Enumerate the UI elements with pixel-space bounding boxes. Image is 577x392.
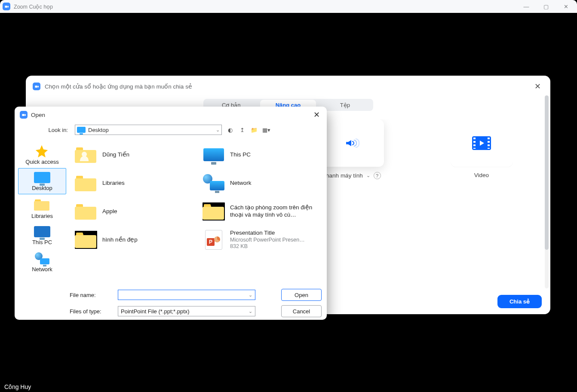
monitor-icon (34, 226, 50, 237)
file-dialog-nav: Quick access Desktop Libraries This PC N… (15, 138, 70, 286)
file-item-zoom-doc[interactable]: Cách tạo phòng zoom trên điện thoại và m… (200, 198, 324, 225)
share-card-audio-label: thanh máy tính (324, 172, 362, 179)
look-in-combo[interactable]: Desktop ⌄ (75, 125, 222, 135)
nav-libraries[interactable]: Libraries (18, 194, 66, 222)
nav-quick-access[interactable]: Quick access (18, 140, 66, 168)
view-menu-button[interactable]: ▦▾ (262, 126, 270, 134)
folder-icon (75, 174, 97, 192)
file-open-dialog: Open ✕ Look in: Desktop ⌄ ◐ ↥ 📁 ▦▾ Quick… (15, 107, 327, 320)
window-titlebar: Zoom Cuộc họp — ▢ ✕ (0, 0, 577, 13)
participant-name-overlay: Công Huy (0, 382, 35, 392)
zoom-app-icon (33, 83, 40, 90)
share-panel-title: Chọn một cửa sổ hoặc ứng dụng mà bạn muố… (45, 83, 192, 90)
file-item-user-folder[interactable]: Dũng Tiến (72, 141, 196, 168)
share-panel-close-button[interactable]: ✕ (532, 81, 543, 92)
nav-this-pc[interactable]: This PC (18, 222, 66, 248)
file-item-this-pc[interactable]: This PC (200, 141, 324, 168)
window-close-button[interactable]: ✕ (562, 3, 570, 10)
look-in-label: Look in: (45, 127, 68, 133)
nav-back-button[interactable]: ◐ (226, 126, 234, 134)
file-list: Dũng Tiến This PC Libraries Network Appl… (70, 138, 327, 286)
desktop-icon (34, 172, 50, 183)
filename-label: File name: (70, 292, 111, 298)
open-button[interactable]: Open (281, 289, 322, 301)
folder-icon (75, 231, 97, 249)
look-in-value: Desktop (88, 127, 109, 133)
file-item-apple[interactable]: Apple (72, 198, 196, 225)
film-icon (472, 136, 491, 150)
folder-icon (75, 202, 97, 220)
share-card-video-label: Video (474, 172, 489, 178)
file-dialog-close-button[interactable]: ✕ (312, 110, 322, 119)
file-item-hinhnen[interactable]: hình nền đẹp (72, 226, 196, 254)
share-panel-scrollbar[interactable] (545, 95, 549, 288)
chevron-down-icon: ⌄ (216, 127, 220, 133)
new-folder-button[interactable]: 📁 (250, 126, 258, 134)
share-card-video[interactable]: Video (421, 119, 542, 288)
window-minimize-button[interactable]: — (522, 3, 531, 10)
filetype-label: Files of type: (70, 308, 111, 315)
share-button[interactable]: Chia sẻ (497, 295, 542, 308)
monitor-icon (203, 148, 224, 161)
file-item-network[interactable]: Network (200, 169, 324, 197)
window-title: Zoom Cuộc họp (14, 3, 53, 10)
nav-network[interactable]: Network (18, 248, 66, 276)
cancel-button[interactable]: Cancel (281, 305, 322, 317)
zoom-app-icon (20, 111, 28, 119)
star-icon (34, 144, 50, 157)
file-item-presentation[interactable]: P Presentation Title Microsoft PowerPoin… (200, 226, 324, 254)
folder-icon (203, 202, 225, 220)
nav-desktop[interactable]: Desktop (18, 168, 66, 194)
powerpoint-file-icon: P (205, 230, 222, 250)
desktop-icon (77, 127, 86, 133)
user-folder-icon (75, 146, 97, 164)
filetype-combo[interactable]: PointPoint File (*.ppt;*.pptx) ⌄ (118, 306, 255, 316)
nav-up-button[interactable]: ↥ (238, 126, 246, 134)
chevron-down-icon: ⌄ (249, 309, 252, 314)
network-icon (35, 252, 49, 264)
file-item-libraries[interactable]: Libraries (72, 169, 196, 197)
folder-icon (34, 198, 50, 211)
filename-input[interactable]: ⌄ (118, 290, 255, 300)
zoom-app-icon (3, 3, 10, 10)
file-dialog-title: Open (31, 112, 45, 118)
window-maximize-button[interactable]: ▢ (542, 3, 550, 10)
help-icon[interactable]: ? (374, 172, 381, 179)
network-icon (203, 174, 224, 192)
speaker-icon (345, 137, 360, 149)
chevron-down-icon: ⌄ (249, 292, 252, 298)
chevron-down-icon[interactable]: ⌄ (366, 173, 370, 178)
